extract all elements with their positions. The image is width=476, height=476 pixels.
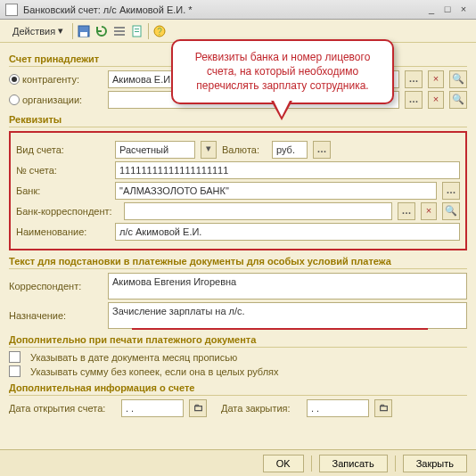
row-corr-bank: Банк-корреспондент: … × 🔍 [16,202,460,220]
app-icon [5,4,18,16]
label-chk1: Указывать в дате документа месяц пропись… [30,352,237,363]
row-chk2: Указывать сумму без копеек, если она в ц… [9,365,467,377]
actions-menu[interactable]: Действия▾ [7,23,69,38]
contragent-search-button[interactable]: 🔍 [449,70,467,88]
close-button-footer[interactable]: Закрыть [403,455,467,472]
svg-rect-1 [80,32,87,37]
label-correspondent: Корреспондент: [9,281,103,291]
account-type-input[interactable]: Расчетный [115,141,195,159]
callout-text: Реквизиты банка и номер лицевого счета, … [182,50,383,94]
minimize-button[interactable]: _ [424,4,439,16]
account-no-input[interactable]: 11111111111111111111 [115,161,460,179]
section-requisites-title: Реквизиты [9,114,467,127]
close-date-input[interactable]: . . [307,399,369,417]
ok-button[interactable]: OK [263,455,304,472]
footer: OK Записать Закрыть [0,449,476,476]
label-purpose: Назначение: [9,310,103,321]
label-currency: Валюта: [222,144,267,155]
label-chk2: Указывать сумму без копеек, если она в ц… [30,366,279,377]
help-icon[interactable]: ? [152,24,167,38]
list-icon[interactable] [112,24,127,38]
row-purpose: Назначение: Зачисление зарплаты на л/с. [9,302,467,329]
doc-icon[interactable] [130,24,144,38]
bank-input[interactable]: "АЛМАЗЗОЛОТО БАНК" [115,182,437,200]
open-date-button[interactable]: 🗀 [189,399,207,417]
currency-input[interactable]: руб. [272,141,308,159]
row-bank: Банк: "АЛМАЗЗОЛОТО БАНК" … [16,182,460,200]
checkbox-month-words[interactable] [9,351,21,363]
contragent-select-button[interactable]: … [405,70,423,88]
corr-bank-input[interactable] [124,202,392,220]
label-open-date: Дата открытия счета: [9,403,116,414]
label-corr-bank: Банк-корреспондент: [16,206,119,217]
row-dates: Дата открытия счета: . . 🗀 Дата закрытия… [9,399,467,417]
row-account-type: Вид счета: Расчетный ▾ Валюта: руб. … [16,141,460,159]
row-correspondent: Корреспондент: Акимова Евгения Игоревна [9,273,467,300]
organization-select-button[interactable]: … [405,91,423,109]
label-contragent: контрагенту: [22,74,79,85]
section-subst-title: Текст для подстановки в платежные докуме… [9,256,467,269]
save-icon[interactable] [77,24,91,38]
open-date-input[interactable]: . . [121,399,184,417]
account-type-dropdown[interactable]: ▾ [201,141,217,159]
footer-separator [311,455,312,472]
row-chk1: Указывать в дате документа месяц пропись… [9,351,467,363]
footer-separator [395,455,396,472]
purpose-input[interactable]: Зачисление зарплаты на л/с. [108,302,467,329]
close-date-button[interactable]: 🗀 [374,399,392,417]
svg-rect-3 [114,30,125,32]
row-account-no: № счета: 11111111111111111111 [16,161,460,179]
checkbox-no-kopecks[interactable] [9,365,21,377]
save-button[interactable]: Записать [319,455,388,472]
window-title: Банковский счет: л/с Акимовой Е.И. * [23,4,423,15]
section-info-title: Дополнительная информация о счете [9,382,467,396]
row-name: Наименование: л/с Акимовой Е.И. [16,223,460,241]
organization-clear-button[interactable]: × [428,91,444,109]
corr-bank-search-button[interactable]: 🔍 [442,202,460,220]
maximize-button[interactable]: □ [440,4,455,16]
organization-search-button[interactable]: 🔍 [449,91,467,109]
corr-bank-clear-button[interactable]: × [421,202,437,220]
label-account-no: № счета: [16,165,110,176]
label-account-type: Вид счета: [16,144,110,155]
correspondent-input[interactable]: Акимова Евгения Игоревна [108,273,467,300]
svg-rect-7 [135,31,139,32]
requisites-highlight-box: Вид счета: Расчетный ▾ Валюта: руб. … № … [9,131,467,250]
svg-rect-2 [114,27,125,29]
radio-contragent[interactable] [9,74,20,85]
label-close-date: Дата закрытия: [221,403,301,414]
close-button[interactable]: × [456,4,471,16]
label-bank: Банк: [16,185,110,196]
svg-text:?: ? [157,27,162,37]
label-organization: организации: [22,94,82,105]
label-name: Наименование: [16,226,110,237]
svg-rect-4 [114,34,125,36]
callout: Реквизиты банка и номер лицевого счета, … [171,39,394,104]
titlebar: Банковский счет: л/с Акимовой Е.И. * _ □… [0,0,476,20]
contragent-clear-button[interactable]: × [428,70,444,88]
callout-tail-inner [274,101,290,117]
corr-bank-select-button[interactable]: … [398,202,415,220]
refresh-icon[interactable] [94,24,109,38]
section-extra-title: Дополнительно при печати платежного доку… [9,334,467,348]
radio-organization[interactable] [9,94,20,105]
currency-select-button[interactable]: … [313,141,331,159]
toolbar-separator [72,23,73,39]
bank-select-button[interactable]: … [442,182,460,200]
name-input[interactable]: л/с Акимовой Е.И. [115,223,460,241]
toolbar-separator [148,23,149,39]
svg-rect-6 [135,29,139,29]
